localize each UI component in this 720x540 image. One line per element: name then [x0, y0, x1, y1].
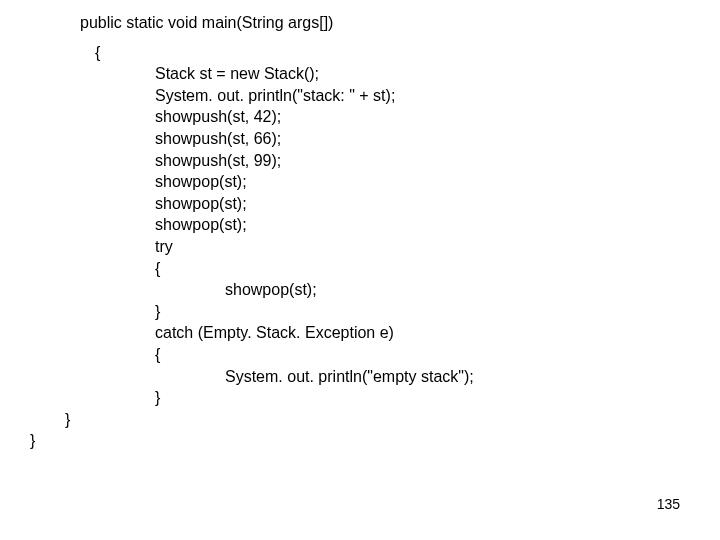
- code-line: showpush(st, 42);: [0, 106, 720, 128]
- code-line: System. out. println("empty stack");: [0, 366, 720, 388]
- code-line: }: [0, 387, 720, 409]
- code-line: try: [0, 236, 720, 258]
- code-line: }: [0, 409, 720, 431]
- code-block: public static void main(String args[]) {…: [0, 12, 720, 452]
- code-line: public static void main(String args[]): [0, 12, 720, 34]
- code-line: Stack st = new Stack();: [0, 63, 720, 85]
- code-line: showpop(st);: [0, 193, 720, 215]
- code-line: }: [0, 301, 720, 323]
- page-number: 135: [657, 496, 680, 512]
- code-line: showpop(st);: [0, 171, 720, 193]
- code-line: showpop(st);: [0, 214, 720, 236]
- code-line: showpush(st, 66);: [0, 128, 720, 150]
- code-line: }: [0, 430, 720, 452]
- code-line: showpush(st, 99);: [0, 150, 720, 172]
- code-line: catch (Empty. Stack. Exception e): [0, 322, 720, 344]
- code-line: showpop(st);: [0, 279, 720, 301]
- code-line: {: [0, 42, 720, 64]
- code-line: System. out. println("stack: " + st);: [0, 85, 720, 107]
- code-line: {: [0, 344, 720, 366]
- code-line: {: [0, 258, 720, 280]
